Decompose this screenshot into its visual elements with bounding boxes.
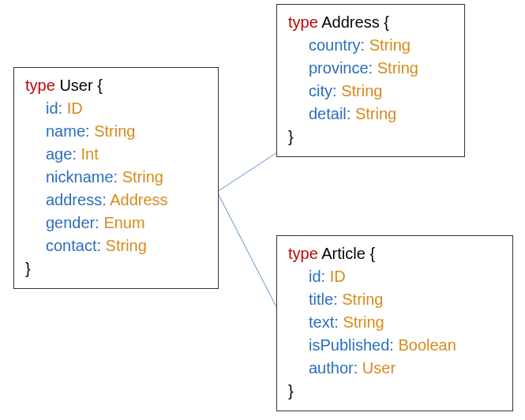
field-type: ID [330, 268, 346, 285]
field-name: id [46, 99, 58, 117]
field-type: Boolean [398, 336, 456, 354]
field-name: address [46, 191, 102, 208]
field-detail: detail: String [309, 103, 453, 126]
brace-open: { [369, 245, 375, 262]
field-name: country [309, 36, 361, 54]
svg-line-0 [217, 152, 277, 192]
type-name: User [59, 77, 92, 94]
colon: : [361, 36, 366, 54]
field-name: nickname [46, 168, 114, 186]
colon: : [114, 168, 118, 186]
field-ispublished: isPublished: Boolean [309, 334, 501, 357]
field-province: province: String [309, 57, 453, 80]
field-list: id: ID title: String text: String isPubl… [309, 265, 501, 380]
type-name: Address [321, 13, 379, 31]
field-nickname: nickname: String [46, 166, 207, 189]
type-name: Article [321, 245, 366, 262]
colon: : [389, 336, 394, 354]
field-name: detail [309, 105, 347, 122]
colon: : [354, 359, 358, 377]
field-author: author: User [309, 357, 501, 380]
field-gender: gender: Enum [46, 212, 207, 234]
field-address: address: Address [46, 189, 207, 212]
field-type: String [122, 168, 163, 186]
colon: : [95, 214, 99, 231]
colon: : [369, 59, 373, 77]
colon: : [72, 145, 77, 163]
keyword-type: type [288, 13, 318, 31]
field-text: text: String [309, 311, 501, 334]
keyword-type: type [288, 245, 318, 262]
colon: : [333, 291, 338, 308]
field-type: Enum [103, 214, 144, 231]
field-name: province [309, 59, 369, 77]
field-id: id: ID [309, 265, 501, 288]
field-type: String [355, 105, 396, 122]
field-name: isPublished [309, 336, 389, 354]
field-contact: contact: String [46, 234, 207, 257]
field-type: Address [110, 191, 167, 208]
brace-close: } [288, 126, 453, 148]
field-type: String [377, 59, 418, 77]
type-header: type User { [25, 74, 207, 97]
type-box-address: type Address { country: String province:… [276, 4, 465, 157]
type-box-article: type Article { id: ID title: String text… [276, 235, 513, 411]
field-name: text [309, 313, 334, 331]
type-header: type Address { [288, 11, 453, 34]
field-type: String [94, 122, 135, 140]
field-name: city [309, 82, 332, 99]
field-name: contact [46, 237, 96, 254]
field-age: age: Int [46, 143, 207, 166]
colon: : [332, 82, 337, 99]
field-name: age [46, 145, 72, 163]
field-name: id [309, 268, 321, 285]
field-type: String [106, 237, 147, 254]
colon: : [347, 105, 351, 122]
colon: : [102, 191, 107, 208]
field-list: id: ID name: String age: Int nickname: S… [46, 97, 207, 257]
brace-close: } [25, 257, 207, 280]
type-box-user: type User { id: ID name: String age: Int… [13, 67, 219, 289]
type-header: type Article { [288, 242, 501, 265]
field-type: String [369, 36, 411, 54]
brace-close: } [288, 380, 501, 403]
field-name: gender [46, 214, 95, 231]
field-name: author [309, 359, 354, 377]
colon: : [334, 313, 339, 331]
field-name-line: name: String [46, 120, 207, 143]
field-name: name [46, 122, 85, 140]
field-title: title: String [309, 288, 501, 311]
field-list: country: String province: String city: S… [309, 34, 453, 126]
field-type: Int [81, 145, 99, 163]
field-type: String [343, 313, 384, 331]
brace-open: { [384, 13, 389, 31]
brace-open: { [97, 77, 103, 94]
field-id: id: ID [46, 97, 207, 120]
keyword-type: type [25, 77, 55, 94]
field-type: User [362, 359, 396, 377]
field-country: country: String [309, 34, 453, 57]
field-type: String [341, 82, 382, 99]
diagram-canvas: type User { id: ID name: String age: Int… [0, 0, 525, 420]
colon: : [58, 99, 63, 117]
field-city: city: String [309, 80, 453, 103]
colon: : [321, 268, 326, 285]
field-type: String [342, 291, 383, 308]
field-name: title [309, 291, 333, 308]
colon: : [85, 122, 90, 140]
colon: : [96, 237, 101, 254]
field-type: ID [67, 99, 83, 117]
